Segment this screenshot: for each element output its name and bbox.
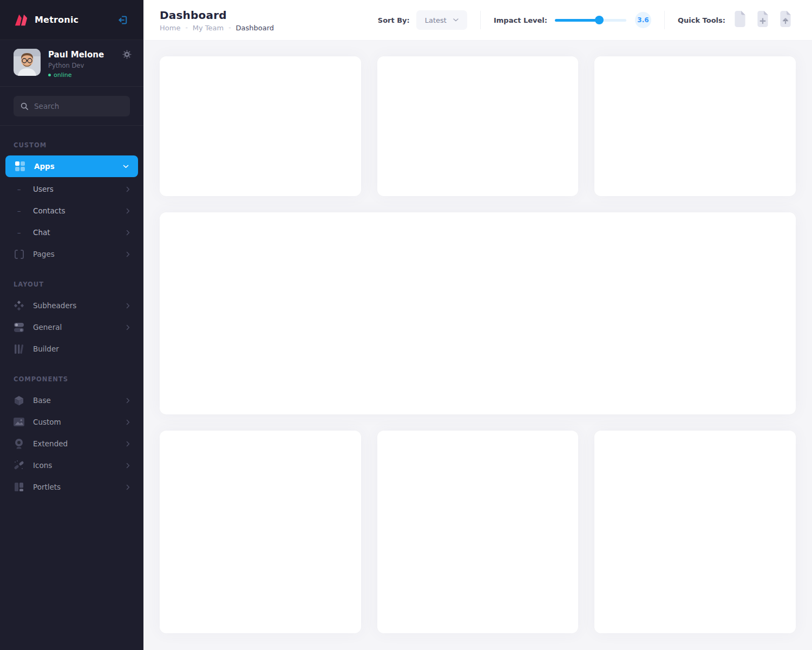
profile-name: Paul Melone <box>48 50 104 60</box>
toolbar-divider <box>480 11 481 29</box>
chevron-right-icon <box>126 463 130 469</box>
sidebar-item-label: Extended <box>33 439 68 448</box>
panel-bottom-2 <box>377 431 579 633</box>
nav-section-components: COMPONENTS <box>0 360 143 389</box>
sidebar-item-label: Contacts <box>33 206 66 215</box>
chevron-right-icon <box>126 419 130 425</box>
sidebar-item-portlets[interactable]: Portlets <box>0 476 143 498</box>
panel-top-1 <box>160 56 361 196</box>
sidebar-item-base[interactable]: Base <box>0 389 143 411</box>
breadcrumb-separator: - <box>228 24 231 31</box>
dash-icon: – <box>14 185 24 193</box>
chevron-right-icon <box>126 303 130 309</box>
sidebar-item-label: Users <box>33 185 54 193</box>
sidebar-item-pages[interactable]: Pages <box>0 243 143 265</box>
chevron-right-icon <box>126 398 130 404</box>
sidebar: Metronic <box>0 0 143 650</box>
metronic-logo <box>14 12 29 28</box>
profile-settings-button[interactable] <box>122 50 132 59</box>
chevron-right-icon <box>126 208 130 214</box>
sidebar-item-builder[interactable]: Builder <box>0 338 143 360</box>
nav-section-layout: LAYOUT <box>0 265 143 295</box>
sidebar-item-contacts[interactable]: – Contacts <box>0 200 143 222</box>
bars-icon <box>14 344 24 354</box>
slider-fill <box>555 19 599 22</box>
sidebar-item-label: Builder <box>33 344 59 353</box>
diamonds-icon <box>14 300 24 311</box>
sidebar-item-label: Pages <box>33 250 55 258</box>
cube-icon <box>14 395 24 406</box>
sidebar-item-label: Base <box>33 396 51 405</box>
panel-wide <box>160 212 796 414</box>
toolbar: Sort By: Latest Impact Level: 3.6 Quick … <box>378 10 796 30</box>
image-icon <box>14 418 24 426</box>
sidebar-collapse-button[interactable] <box>116 13 130 27</box>
brand-name: Metronic <box>35 15 78 25</box>
sidebar-item-label: Apps <box>34 162 55 171</box>
broken-link-icon <box>14 460 24 471</box>
sidebar-item-label: Icons <box>33 461 52 470</box>
slider-thumb[interactable] <box>595 16 604 24</box>
breadcrumb-home[interactable]: Home <box>160 24 180 32</box>
sidebar-item-users[interactable]: – Users <box>0 178 143 200</box>
search-box[interactable] <box>14 96 130 116</box>
sidebar-item-custom[interactable]: Custom <box>0 411 143 433</box>
sidebar-item-icons[interactable]: Icons <box>0 454 143 476</box>
search-input[interactable] <box>34 102 123 110</box>
sidebar-item-label: Portlets <box>33 483 61 491</box>
search-icon <box>21 102 29 110</box>
file-upload-icon <box>778 11 793 29</box>
sidebar-item-apps[interactable]: Apps <box>5 155 138 177</box>
chevron-right-icon <box>126 441 130 447</box>
sidebar-logo-row: Metronic <box>0 0 143 40</box>
impact-level-slider[interactable] <box>555 16 626 24</box>
panel-bottom-1 <box>160 431 361 633</box>
sidebar-item-chat[interactable]: – Chat <box>0 222 143 243</box>
sidebar-nav: CUSTOM Apps – Users <box>0 126 143 650</box>
sidebar-item-label: Chat <box>33 228 50 237</box>
profile-status: online <box>48 72 104 79</box>
nav-section-custom: CUSTOM <box>0 126 143 155</box>
online-dot-icon <box>48 74 51 76</box>
breadcrumb-my-team[interactable]: My Team <box>193 24 224 32</box>
content-grid <box>143 41 812 650</box>
page-title: Dashboard <box>160 9 274 22</box>
chevron-right-icon <box>126 251 130 257</box>
file-plus-button[interactable] <box>756 11 773 29</box>
sidebar-item-label: Custom <box>33 418 61 426</box>
impact-level-label: Impact Level: <box>494 16 547 24</box>
main-area: Dashboard Home - My Team - Dashboard Sor… <box>143 0 812 650</box>
file-upload-button[interactable] <box>778 11 796 29</box>
panel-bottom-3 <box>594 431 796 633</box>
sort-by-dropdown[interactable]: Latest <box>416 10 467 30</box>
slider-track[interactable] <box>555 19 626 22</box>
sidebar-item-general[interactable]: General <box>0 316 143 338</box>
quick-tools <box>733 11 796 29</box>
topbar: Dashboard Home - My Team - Dashboard Sor… <box>143 0 812 41</box>
breadcrumb-current: Dashboard <box>235 24 274 32</box>
toggles-icon <box>14 323 24 332</box>
brackets-icon <box>14 250 24 259</box>
panel-top-3 <box>594 56 796 196</box>
sidebar-item-label: Subheaders <box>33 301 76 310</box>
file-blank-button[interactable] <box>733 11 750 29</box>
file-blank-icon <box>733 11 747 29</box>
chevron-right-icon <box>126 324 130 330</box>
blocks-icon <box>14 482 24 492</box>
breadcrumb: Home - My Team - Dashboard <box>160 24 274 32</box>
chevron-right-icon <box>126 230 130 236</box>
grid-icon <box>15 161 25 171</box>
chevron-right-icon <box>126 484 130 490</box>
breadcrumb-separator: - <box>185 24 187 31</box>
sort-by-value: Latest <box>425 16 447 24</box>
user-profile: Paul Melone Python Dev online <box>0 40 143 87</box>
avatar <box>14 49 41 76</box>
chevron-down-icon <box>123 165 129 168</box>
dash-icon: – <box>14 206 24 215</box>
sidebar-item-extended[interactable]: Extended <box>0 433 143 454</box>
dash-icon: – <box>14 228 24 237</box>
gear-icon <box>122 50 132 59</box>
sort-by-label: Sort By: <box>378 16 410 24</box>
chevron-right-icon <box>126 186 130 192</box>
sidebar-item-subheaders[interactable]: Subheaders <box>0 295 143 316</box>
